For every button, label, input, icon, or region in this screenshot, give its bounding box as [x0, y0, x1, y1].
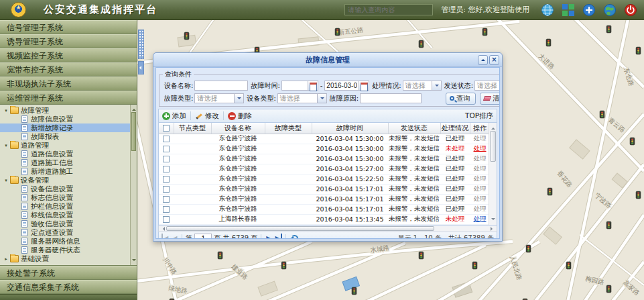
traffic-signal-icon[interactable]: [218, 252, 222, 259]
tree-scrollbar-thumb[interactable]: [131, 112, 136, 151]
scroll-down-arrow-icon[interactable]: [132, 259, 136, 263]
traffic-signal-icon[interactable]: [419, 40, 424, 48]
horizontal-scrollbar-thumb[interactable]: [166, 226, 434, 231]
refresh-icon[interactable]: [291, 235, 298, 240]
vertical-scrollbar-thumb[interactable]: [490, 131, 496, 162]
tree-node[interactable]: 标线信息设置: [0, 211, 130, 219]
sidebar-menu-item[interactable]: 诱导管理子系统: [0, 34, 137, 48]
sidebar-menu-item[interactable]: 接处警子系统: [0, 266, 137, 280]
scroll-up-arrow-icon[interactable]: [491, 126, 495, 130]
sidebar-menu-item[interactable]: 运维管理子系统: [0, 91, 137, 105]
traffic-signal-icon[interactable]: [636, 47, 641, 54]
scroll-left-arrow-icon[interactable]: [161, 227, 165, 231]
fault-time-from-input[interactable]: [281, 81, 308, 91]
sidebar-menu-item[interactable]: 信号管理子系统: [0, 20, 137, 34]
grid-apps-icon[interactable]: [562, 3, 575, 17]
traffic-signal-icon[interactable]: [526, 245, 531, 252]
operation-link[interactable]: 处理: [470, 214, 490, 224]
operation-link[interactable]: 处理: [470, 194, 490, 204]
operation-link[interactable]: 处理: [470, 204, 490, 214]
dialog-collapse-icon[interactable]: [478, 55, 488, 65]
traffic-signal-icon[interactable]: [482, 28, 487, 36]
traffic-signal-icon[interactable]: [630, 138, 635, 145]
add-button[interactable]: 添加: [162, 111, 186, 121]
add-plus-icon[interactable]: [582, 3, 596, 17]
calendar-icon[interactable]: [308, 81, 318, 91]
traffic-signal-icon[interactable]: [636, 191, 641, 199]
globe-icon[interactable]: [541, 3, 554, 17]
tree-node[interactable]: 道路施工信息: [0, 158, 130, 167]
collapse-node-icon[interactable]: ▾: [2, 108, 10, 113]
traffic-signal-icon[interactable]: [606, 221, 611, 229]
tree-node[interactable]: ▸基础设置: [0, 254, 130, 263]
row-checkbox[interactable]: [163, 186, 170, 193]
vertical-scrollbar[interactable]: [489, 123, 497, 225]
operation-link[interactable]: 处理: [470, 184, 490, 194]
scroll-down-arrow-icon[interactable]: [491, 218, 495, 222]
operation-link[interactable]: 处理: [470, 174, 490, 184]
table-row[interactable]: 东仓路宁波路2016-03-04 15:30:00未报警，未发短信已处理处理: [159, 154, 490, 164]
traffic-signal-icon[interactable]: [419, 252, 424, 259]
tree-node[interactable]: ▾故障管理: [0, 106, 130, 115]
tree-node[interactable]: 定点巡查设置: [0, 228, 130, 237]
row-checkbox[interactable]: [163, 206, 170, 213]
first-page-button[interactable]: ◀: [162, 234, 170, 239]
fault-time-to-input[interactable]: [324, 81, 359, 91]
row-checkbox[interactable]: [163, 166, 170, 172]
table-row[interactable]: 东仓路宁波路2016-03-04 15:30:00未报警，未发短信已处理处理: [159, 134, 490, 144]
row-checkbox[interactable]: [163, 146, 170, 152]
earth-icon[interactable]: [603, 3, 617, 17]
operation-link[interactable]: 处理: [470, 154, 490, 164]
traffic-signal-icon[interactable]: [184, 32, 189, 40]
traffic-signal-icon[interactable]: [335, 28, 340, 36]
edit-button[interactable]: 修改: [195, 111, 219, 121]
tree-node[interactable]: 标志信息设置: [0, 193, 130, 202]
column-header[interactable]: 发送状态: [388, 123, 440, 134]
table-row[interactable]: 东仓路宁波路2016-03-04 15:22:50未报警，未发短信已处理处理: [159, 174, 490, 184]
table-row[interactable]: 东仓路宁波路2016-03-04 15:17:01未报警，未发短信已处理处理: [159, 204, 490, 214]
row-checkbox[interactable]: [163, 196, 170, 203]
traffic-signal-icon[interactable]: [600, 111, 604, 118]
traffic-signal-icon[interactable]: [546, 39, 551, 46]
tree-node[interactable]: 新增道路施工: [0, 167, 130, 176]
table-row[interactable]: 东仓路宁波路2016-03-04 15:17:01未报警，未发短信已处理处理: [159, 184, 490, 194]
traffic-signal-icon[interactable]: [548, 188, 552, 195]
tree-node[interactable]: 护栏信息设置: [0, 202, 130, 211]
scroll-right-arrow-icon[interactable]: [491, 227, 495, 231]
row-checkbox[interactable]: [163, 136, 170, 142]
tree-node[interactable]: 道路信息设置: [0, 150, 130, 158]
calendar-icon[interactable]: [359, 81, 369, 91]
horizontal-scrollbar[interactable]: [158, 226, 497, 232]
tree-node[interactable]: 验收信息设置: [0, 219, 130, 228]
tree-node[interactable]: 新增故障记录: [0, 123, 130, 132]
page-number-input[interactable]: [194, 234, 212, 239]
dialog-close-icon[interactable]: ×: [489, 55, 499, 65]
sidebar-menu-item[interactable]: 宽带布控子系统: [0, 62, 137, 77]
table-row[interactable]: 东仓路宁波路2016-03-04 15:17:01未报警，未发短信已处理处理: [159, 194, 490, 204]
fault-type-select[interactable]: 请选择: [194, 93, 244, 103]
tree-scrollbar[interactable]: [130, 105, 137, 265]
traffic-signal-icon[interactable]: [606, 26, 611, 33]
fault-reason-input[interactable]: [360, 93, 422, 103]
device-type-select[interactable]: 请选择: [277, 93, 327, 103]
collapse-node-icon[interactable]: ▾: [2, 178, 10, 183]
column-header[interactable]: 故障类型: [265, 123, 312, 134]
column-header[interactable]: 处理情况: [440, 123, 470, 134]
operation-link[interactable]: 处理: [470, 144, 490, 154]
collapse-node-icon[interactable]: ▾: [2, 143, 10, 148]
tree-node[interactable]: 服务器网络信息: [0, 237, 130, 246]
traffic-signal-icon[interactable]: [352, 287, 357, 295]
tree-node[interactable]: 服务器硬件状态: [0, 246, 130, 254]
traffic-signal-icon[interactable]: [281, 262, 286, 269]
top-sort-button[interactable]: TOP排序: [465, 111, 493, 121]
scroll-up-arrow-icon[interactable]: [132, 107, 136, 111]
sidebar-menu-item[interactable]: 非现场执法子系统: [0, 77, 137, 91]
traffic-signal-icon[interactable]: [566, 262, 571, 269]
header-search-input[interactable]: [344, 4, 433, 15]
next-page-button[interactable]: ▶: [265, 234, 271, 239]
table-row[interactable]: 东仓路宁波路2016-03-04 15:27:00未报警，未发短信已处理处理: [159, 164, 490, 174]
operation-link[interactable]: 处理: [470, 164, 490, 174]
query-button[interactable]: 查询: [446, 93, 476, 105]
select-all-checkbox[interactable]: [163, 125, 170, 132]
send-status-select[interactable]: 请选择: [474, 81, 500, 91]
